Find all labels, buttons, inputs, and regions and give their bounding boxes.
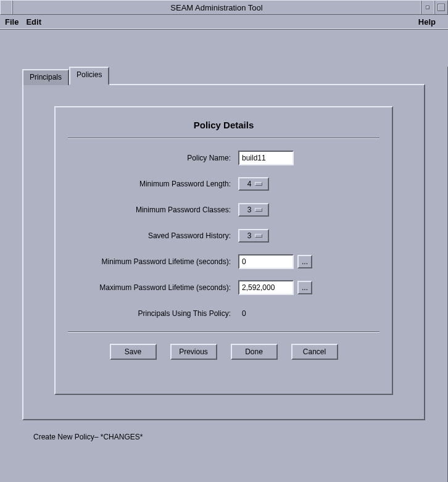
option-menu-icon	[255, 234, 262, 238]
row-max-lifetime: Maximum Password Lifetime (seconds): ...	[68, 280, 380, 296]
title-bar: SEAM Administration Tool	[0, 0, 448, 15]
row-saved-history: Saved Password History: 3	[68, 228, 380, 244]
cancel-button[interactable]: Cancel	[291, 344, 338, 360]
button-row: Save Previous Done Cancel	[68, 344, 380, 360]
ellipsis-icon: ...	[302, 283, 308, 292]
label-max-lifetime: Maximum Password Lifetime (seconds):	[68, 283, 238, 292]
menu-file[interactable]: File	[5, 17, 19, 27]
page-title: Policy Details	[68, 120, 380, 130]
select-value: 3	[247, 206, 252, 214]
menu-bar: File Edit Help	[0, 15, 448, 30]
save-button[interactable]: Save	[110, 344, 157, 360]
min-pw-classes-select[interactable]: 3	[238, 203, 269, 217]
done-button[interactable]: Done	[231, 344, 278, 360]
tab-strip: Principals Policies	[22, 67, 447, 84]
menu-help[interactable]: Help	[418, 17, 436, 27]
policy-details-frame: Policy Details Policy Name: Minimum Pass…	[54, 106, 393, 395]
menu-edit[interactable]: Edit	[26, 17, 41, 27]
row-policy-name: Policy Name:	[68, 150, 380, 166]
previous-button[interactable]: Previous	[170, 344, 217, 360]
row-min-lifetime: Minimum Password Lifetime (seconds): ...	[68, 254, 380, 270]
max-lifetime-browse-button[interactable]: ...	[297, 281, 312, 294]
row-principals-using: Principals Using This Policy: 0	[68, 305, 380, 322]
option-menu-icon	[255, 182, 262, 186]
min-pw-length-select[interactable]: 4	[238, 177, 269, 191]
label-policy-name: Policy Name:	[68, 154, 238, 162]
label-min-pw-length: Minimum Password Length:	[68, 180, 238, 188]
tab-label: Principals	[30, 73, 62, 81]
maximize-button[interactable]	[434, 1, 447, 14]
select-value: 4	[247, 180, 252, 188]
divider	[68, 331, 380, 333]
workspace: Principals Policies Policy Details Polic…	[0, 67, 448, 482]
divider	[68, 138, 380, 139]
tab-principals[interactable]: Principals	[22, 69, 69, 85]
window-title: SEAM Administration Tool	[13, 3, 420, 12]
saved-history-select[interactable]: 3	[238, 229, 269, 243]
minimize-button[interactable]	[420, 1, 434, 14]
status-text: Create New Policy– *CHANGES*	[33, 433, 447, 441]
select-value: 3	[247, 231, 252, 240]
tab-policies[interactable]: Policies	[69, 67, 109, 85]
tab-label: Policies	[77, 70, 102, 79]
label-min-lifetime: Minimum Password Lifetime (seconds):	[68, 257, 238, 266]
label-saved-history: Saved Password History:	[68, 231, 238, 240]
max-lifetime-input[interactable]	[238, 280, 294, 295]
policy-name-input[interactable]	[238, 151, 294, 165]
row-min-pw-length: Minimum Password Length: 4	[68, 176, 380, 192]
row-min-pw-classes: Minimum Password Classes: 3	[68, 202, 380, 218]
window-menu-handle[interactable]	[1, 1, 13, 14]
option-menu-icon	[255, 208, 262, 212]
principals-using-value: 0	[238, 309, 246, 318]
min-lifetime-browse-button[interactable]: ...	[297, 255, 312, 268]
label-principals-using: Principals Using This Policy:	[68, 309, 238, 318]
tab-panel-policies: Policy Details Policy Name: Minimum Pass…	[22, 84, 425, 420]
ellipsis-icon: ...	[302, 257, 308, 266]
label-min-pw-classes: Minimum Password Classes:	[68, 206, 238, 214]
min-lifetime-input[interactable]	[238, 254, 294, 269]
